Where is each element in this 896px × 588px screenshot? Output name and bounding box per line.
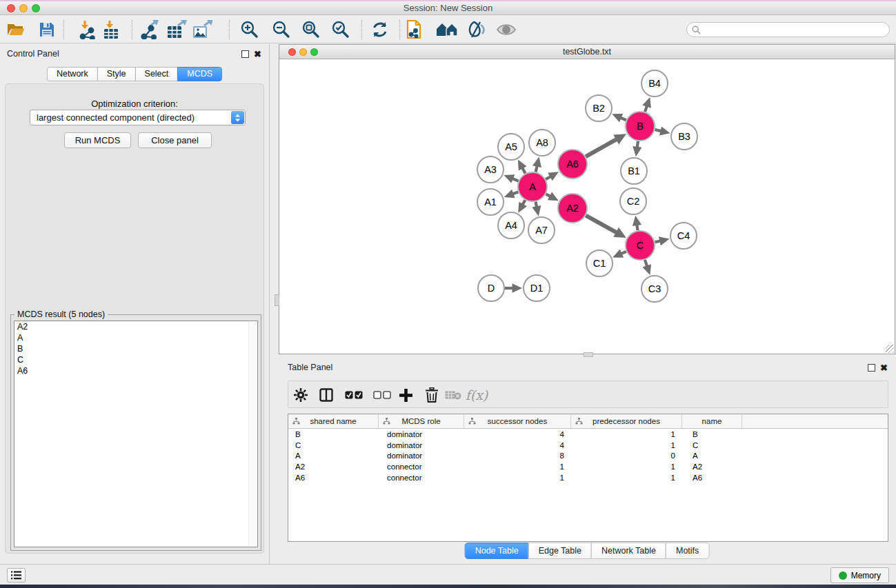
column-header-mcds-role[interactable]: MCDS role — [379, 414, 464, 428]
tab-mcds[interactable]: MCDS — [177, 67, 222, 81]
delete-column-button[interactable] — [424, 387, 440, 403]
network-canvas[interactable]: B4B2BB3A8A5A6A3B1AC2A1A2A4A7C4CC1DD1C3 — [279, 60, 895, 354]
search-field[interactable] — [686, 22, 890, 37]
table-cell[interactable]: 1 — [464, 463, 571, 471]
delete-table-button[interactable] — [444, 387, 462, 403]
result-item[interactable]: B — [14, 343, 257, 354]
table-cell[interactable]: connector — [379, 474, 464, 482]
graph-edge[interactable] — [536, 166, 537, 172]
graph-edge[interactable] — [637, 225, 637, 230]
visual-style-button[interactable] — [465, 19, 488, 40]
table-cell[interactable]: 4 — [464, 430, 571, 438]
table-row[interactable]: Adominator80A — [288, 451, 888, 462]
window-resize-grip[interactable] — [886, 345, 894, 353]
network-window-titlebar[interactable]: testGlobe.txt — [279, 45, 895, 59]
result-item[interactable]: A6 — [14, 365, 257, 376]
split-view-button[interactable] — [318, 387, 335, 403]
column-header-shared-name[interactable]: shared name — [288, 414, 379, 428]
zoom-fit-button[interactable] — [299, 19, 323, 40]
save-session-button[interactable] — [35, 19, 59, 40]
task-history-button[interactable] — [7, 568, 26, 582]
network-from-file-button[interactable] — [403, 19, 426, 40]
tab-node-table[interactable]: Node Table — [465, 543, 529, 559]
table-cell[interactable]: C — [682, 441, 742, 449]
table-cell[interactable]: dominator — [379, 452, 464, 460]
table-cell[interactable]: C — [288, 441, 379, 449]
tab-network-table[interactable]: Network Table — [591, 543, 666, 559]
result-scrollbar[interactable] — [248, 321, 257, 546]
graph-edge[interactable] — [645, 260, 647, 266]
main-titlebar[interactable]: Session: New Session — [0, 1, 896, 15]
graph-edge[interactable] — [546, 194, 550, 196]
split-divider-grip-bottom[interactable] — [584, 352, 593, 357]
export-image-button[interactable] — [190, 19, 214, 40]
import-network-button[interactable] — [75, 19, 99, 40]
export-table-button[interactable] — [165, 19, 188, 40]
function-builder-button[interactable]: f(x) — [464, 387, 489, 403]
table-row[interactable]: Cdominator41C — [288, 440, 888, 451]
import-table-button[interactable] — [99, 19, 123, 40]
table-cell[interactable]: dominator — [379, 441, 464, 449]
table-cell[interactable]: A — [682, 452, 742, 460]
table-row[interactable]: Bdominator41B — [288, 429, 888, 440]
graph-edge[interactable] — [546, 176, 550, 179]
close-panel-icon[interactable]: ✖ — [254, 50, 261, 58]
mcds-result-list[interactable]: A2ABCA6 — [14, 321, 258, 547]
graph-edge[interactable] — [621, 252, 626, 254]
add-column-button[interactable] — [397, 387, 414, 403]
close-table-panel-icon[interactable]: ✖ — [880, 364, 888, 372]
tab-edge-table[interactable]: Edge Table — [528, 543, 592, 559]
table-settings-button[interactable] — [292, 387, 309, 403]
tab-select[interactable]: Select — [135, 67, 179, 81]
table-cell[interactable]: B — [288, 430, 379, 438]
graph-edge[interactable] — [655, 130, 661, 131]
tab-style[interactable]: Style — [97, 67, 136, 81]
show-hide-button[interactable] — [495, 19, 518, 40]
result-item[interactable]: C — [14, 354, 257, 365]
table-row[interactable]: A6connector11A6 — [288, 472, 888, 483]
select-all-button[interactable] — [344, 387, 364, 403]
table-cell[interactable]: A2 — [682, 463, 742, 471]
table-cell[interactable]: 1 — [571, 463, 682, 471]
home-button[interactable] — [435, 19, 459, 40]
graph-edge[interactable] — [512, 179, 519, 181]
table-cell[interactable]: 1 — [571, 441, 682, 449]
graph-edge[interactable] — [523, 200, 526, 205]
column-header-name[interactable]: name — [682, 414, 742, 428]
open-session-button[interactable] — [4, 19, 28, 40]
memory-button[interactable]: Memory — [830, 567, 889, 583]
table-row[interactable]: A2connector11A2 — [288, 461, 888, 472]
table-cell[interactable]: A2 — [288, 463, 379, 471]
zoom-selected-button[interactable] — [329, 19, 352, 40]
tab-motifs[interactable]: Motifs — [666, 543, 709, 559]
graph-edge[interactable] — [621, 118, 626, 121]
zoom-out-button[interactable] — [270, 19, 293, 40]
table-cell[interactable]: A6 — [288, 474, 379, 482]
graph-edge[interactable] — [535, 202, 537, 207]
result-item[interactable]: A — [14, 332, 257, 343]
float-panel-icon[interactable] — [241, 50, 249, 58]
graph-edge[interactable] — [655, 241, 660, 242]
table-cell[interactable]: 1 — [464, 474, 571, 482]
table-cell[interactable]: 1 — [571, 474, 682, 482]
criterion-dropdown[interactable]: largest connected component (directed) — [30, 110, 246, 125]
tab-network[interactable]: Network — [47, 67, 98, 81]
graph-edge[interactable] — [512, 192, 518, 194]
table-cell[interactable]: connector — [379, 463, 464, 471]
graph-edge[interactable] — [645, 106, 647, 112]
graph-edge[interactable] — [586, 139, 617, 156]
table-cell[interactable]: B — [682, 430, 742, 438]
result-item[interactable]: A2 — [14, 321, 257, 332]
search-input[interactable] — [704, 23, 886, 36]
table-cell[interactable]: 0 — [571, 452, 682, 460]
graph-edge[interactable] — [586, 216, 617, 233]
table-cell[interactable]: 1 — [571, 430, 682, 438]
zoom-in-button[interactable] — [238, 19, 261, 40]
graph-edge[interactable] — [637, 141, 638, 148]
table-cell[interactable]: 4 — [464, 441, 571, 449]
graph-edge[interactable] — [522, 168, 525, 173]
table-cell[interactable]: 8 — [464, 452, 571, 460]
apply-layout-button[interactable] — [368, 19, 392, 40]
export-network-button[interactable] — [138, 19, 161, 40]
close-panel-button[interactable]: Close panel — [138, 132, 212, 148]
